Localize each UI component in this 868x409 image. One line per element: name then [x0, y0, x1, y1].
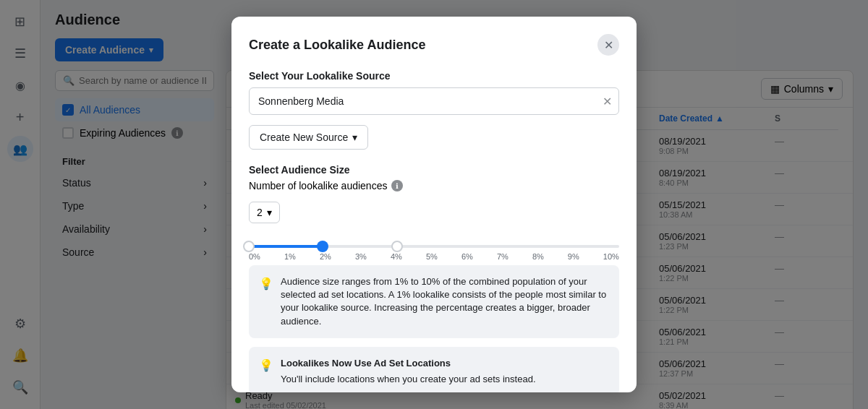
slider-labels: 0% 1% 2% 3% 4% 5% 6% 7% 8% 9% 10%	[249, 252, 619, 261]
chevron-down-icon: ▾	[352, 132, 357, 143]
modal: Create a Lookalike Audience ✕ Select You…	[231, 17, 637, 392]
bulb-icon-2: 💡	[259, 358, 273, 386]
modal-header: Create a Lookalike Audience ✕	[249, 34, 619, 56]
source-input-wrapper: ✕	[249, 87, 619, 115]
info-box-2-title: Lookalikes Now Use Ad Set Locations	[281, 357, 536, 370]
create-new-source-label: Create New Source	[260, 132, 348, 143]
source-clear-button[interactable]: ✕	[603, 95, 612, 108]
slider-track	[249, 245, 619, 248]
slider-fill	[249, 245, 323, 248]
info-box-ad-set-locations: 💡 Lookalikes Now Use Ad Set Locations Yo…	[249, 347, 619, 392]
size-section: Select Audience Size Number of lookalike…	[249, 164, 619, 233]
info-box-audience-size: 💡 Audience size ranges from 1% to 10% of…	[249, 265, 619, 338]
slider-thumb-right[interactable]	[317, 241, 328, 252]
info-box-2-body: You'll include locations when you create…	[281, 373, 536, 386]
modal-title: Create a Lookalike Audience	[249, 38, 425, 53]
num-audiences-value: 2	[257, 207, 263, 218]
num-audiences-label: Number of lookalike audiences	[249, 180, 387, 191]
info-text-1: Audience size ranges from 1% to 10% of t…	[281, 275, 609, 328]
modal-overlay: Create a Lookalike Audience ✕ Select You…	[0, 0, 868, 409]
num-audiences-select[interactable]: 2 ▾	[249, 202, 280, 223]
slider-thumb-far[interactable]	[391, 241, 403, 252]
create-new-source-button[interactable]: Create New Source ▾	[249, 125, 368, 150]
chevron-down-icon: ▾	[267, 207, 272, 218]
num-info-icon[interactable]: ℹ	[391, 180, 403, 191]
info-box-2-content: Lookalikes Now Use Ad Set Locations You'…	[281, 357, 536, 386]
num-audiences-row: Number of lookalike audiences ℹ	[249, 180, 619, 191]
source-section-label: Select Your Lookalike Source	[249, 70, 619, 82]
source-input[interactable]	[249, 87, 619, 115]
bulb-icon: 💡	[259, 276, 273, 328]
modal-close-button[interactable]: ✕	[597, 34, 619, 56]
size-section-label: Select Audience Size	[249, 164, 619, 176]
slider-container: 0% 1% 2% 3% 4% 5% 6% 7% 8% 9% 10%	[249, 245, 619, 261]
slider-thumb-left[interactable]	[243, 241, 255, 252]
